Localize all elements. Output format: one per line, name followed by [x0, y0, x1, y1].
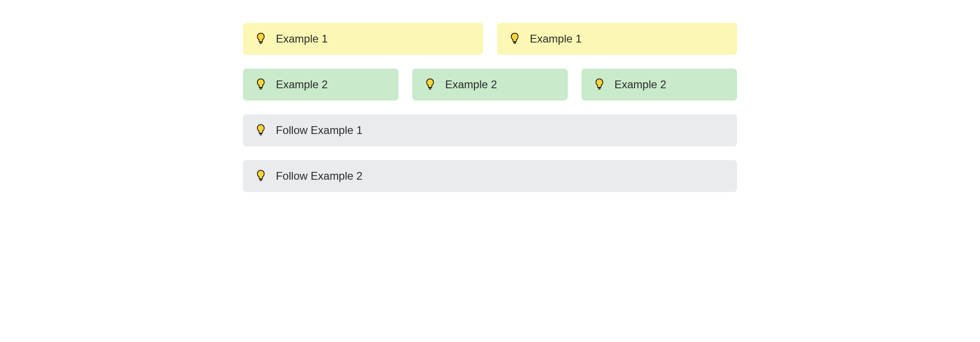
- callout-label: Example 2: [276, 78, 328, 91]
- callout-block: Example 2: [412, 69, 568, 101]
- callout-block: Follow Example 1: [243, 114, 737, 146]
- callout-label: Follow Example 2: [276, 170, 362, 182]
- callout-block: Example 2: [582, 69, 737, 101]
- callout-label: Follow Example 1: [276, 124, 362, 137]
- callout-row: Follow Example 1: [243, 114, 737, 146]
- callout-label: Example 1: [530, 32, 582, 45]
- callout-label: Example 2: [445, 78, 497, 91]
- lightbulb-icon: [592, 78, 606, 91]
- callout-row: Follow Example 2: [243, 160, 737, 192]
- lightbulb-icon: [254, 123, 268, 137]
- callout-block: Example 1: [243, 23, 483, 55]
- callout-block: Example 2: [243, 69, 398, 101]
- callout-row: Example 1 Example 1: [243, 23, 737, 55]
- lightbulb-icon: [254, 169, 268, 183]
- lightbulb-icon: [508, 32, 522, 46]
- callout-block: Example 1: [497, 23, 737, 55]
- callout-block: Follow Example 2: [243, 160, 737, 192]
- lightbulb-icon: [254, 78, 268, 91]
- callout-row: Example 2 Example 2 Example 2: [243, 69, 737, 101]
- callout-label: Example 2: [614, 78, 666, 91]
- callout-container: Example 1 Example 1 Example 2 Example 2: [243, 23, 737, 192]
- lightbulb-icon: [254, 32, 268, 46]
- lightbulb-icon: [423, 78, 437, 91]
- callout-label: Example 1: [276, 32, 328, 45]
